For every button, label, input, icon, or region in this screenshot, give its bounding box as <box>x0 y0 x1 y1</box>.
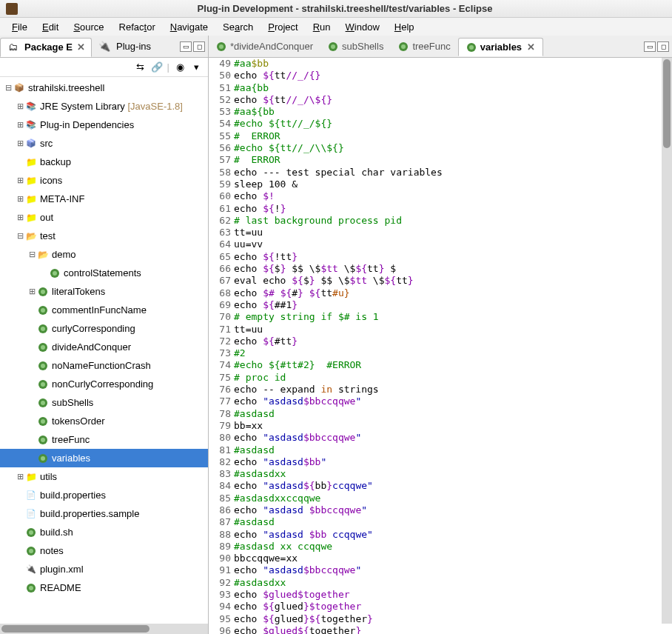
package-toolbar: ⇆ 🔗 | ◉ ▾ <box>0 58 208 77</box>
expander-icon[interactable]: ⊟ <box>15 231 25 241</box>
tab-package-explorer[interactable]: 🗂 Package E ✕ <box>0 38 92 57</box>
file-icon <box>25 490 37 501</box>
tree-label: README <box>40 582 81 593</box>
menu-help[interactable]: Help <box>389 20 420 34</box>
link-editor-icon[interactable]: 🔗 <box>151 61 163 73</box>
tree-item-test[interactable]: ⊟test <box>0 227 208 245</box>
maximize-view-icon[interactable]: ◻ <box>193 41 205 52</box>
tree-item-buildsh[interactable]: build.sh <box>0 523 208 541</box>
expander-icon[interactable]: ⊞ <box>15 213 25 222</box>
tree-item-out[interactable]: ⊞out <box>0 208 208 227</box>
menu-source[interactable]: Source <box>67 20 110 34</box>
editor-body[interactable]: 4950515253545556575859606162636465666768… <box>209 58 672 634</box>
svg-point-9 <box>41 345 45 350</box>
tree-label: treeFunc <box>52 434 90 445</box>
tree-item-buildpropssample[interactable]: build.properties.sample <box>0 504 208 523</box>
expander-icon[interactable]: ⊞ <box>15 101 25 111</box>
tree-item-jre[interactable]: ⊞JRE System Library [JavaSE-1.8] <box>0 97 208 116</box>
focus-task-icon[interactable]: ◉ <box>174 61 186 73</box>
menu-refactor[interactable]: Refactor <box>113 20 161 34</box>
tree-item-noNameFunctionCrash[interactable]: noNameFunctionCrash <box>0 356 208 375</box>
tree-item-pluginxml[interactable]: 🔌plugin.xml <box>0 560 208 578</box>
shell-file-icon <box>38 416 48 427</box>
menu-window[interactable]: Window <box>340 20 386 34</box>
tree-item-treeFunc[interactable]: treeFunc <box>0 430 208 449</box>
expander-icon[interactable]: ⊟ <box>27 250 37 259</box>
svg-point-35 <box>469 45 474 50</box>
tree-item-buildprops[interactable]: build.properties <box>0 486 208 504</box>
tree-item-literalTokens[interactable]: ⊞literalTokens <box>0 282 208 301</box>
tab-divideAndConquer[interactable]: *divideAndConquer <box>209 38 320 55</box>
tree-label: backup <box>40 156 71 167</box>
svg-point-13 <box>41 382 45 387</box>
expander-icon[interactable]: ⊞ <box>27 287 37 296</box>
tree-label: variables <box>52 453 90 464</box>
tree-item-nonCurlyCorresponding[interactable]: nonCurlyCorresponding <box>0 375 208 393</box>
tree-item-backup[interactable]: backup <box>0 153 208 171</box>
menu-run[interactable]: Run <box>307 20 337 34</box>
tree-item-src[interactable]: ⊞src <box>0 134 208 153</box>
tree-item-plugdeps[interactable]: ⊞Plug-in Dependencies <box>0 116 208 134</box>
maximize-editor-icon[interactable]: ◻ <box>657 41 669 52</box>
tree-label: notes <box>40 545 64 556</box>
expander-icon[interactable]: ⊞ <box>15 472 25 481</box>
tab-variables[interactable]: variables ✕ <box>458 38 543 56</box>
tree-item-root[interactable]: ⊟📦strahilski.treeshell <box>0 79 208 97</box>
minimize-editor-icon[interactable]: ▭ <box>644 41 656 52</box>
tree-item-divideAndConquer[interactable]: divideAndConquer <box>0 338 208 356</box>
tree-item-utils[interactable]: ⊞utils <box>0 467 208 486</box>
shell-file-icon <box>26 527 36 538</box>
plugins-icon: 🔌 <box>98 41 110 53</box>
right-panel: *divideAndConquer subShells treeFunc var… <box>209 36 672 634</box>
expander-icon[interactable]: ⊞ <box>15 194 25 204</box>
close-icon[interactable]: ✕ <box>77 41 85 53</box>
tree-item-readme[interactable]: README <box>0 578 208 597</box>
tab-subShells[interactable]: subShells <box>320 38 391 55</box>
folder-open-icon <box>25 230 37 242</box>
tab-plugins[interactable]: 🔌 Plug-ins <box>92 37 158 56</box>
view-menu-icon[interactable]: ▾ <box>190 61 202 73</box>
menu-edit[interactable]: Edit <box>36 20 64 34</box>
svg-point-7 <box>41 327 45 331</box>
shell-file-icon <box>216 41 226 52</box>
editor-scrollbar-v[interactable] <box>662 58 672 624</box>
shell-file-icon <box>38 305 48 316</box>
shell-file-icon <box>328 41 338 52</box>
code-content[interactable]: #aa$bbecho ${tt//_/{}#aa{bbecho ${tt//_/… <box>234 58 672 634</box>
expander-icon[interactable]: ⊞ <box>15 120 25 130</box>
tree-label: plugin.xml <box>40 564 84 575</box>
collapse-all-icon[interactable]: ⇆ <box>135 61 147 73</box>
tree-label: curlyCorresponding <box>52 323 135 334</box>
svg-point-25 <box>29 549 33 553</box>
menu-project[interactable]: Project <box>262 20 303 34</box>
tree-item-commentInFuncName[interactable]: commentInFuncName <box>0 301 208 319</box>
menu-file[interactable]: File <box>6 20 33 34</box>
tree-item-curlyCorresponding[interactable]: curlyCorresponding <box>0 319 208 338</box>
jar-icon <box>25 101 37 113</box>
shell-file-icon <box>38 379 48 390</box>
tree-item-tokensOrder[interactable]: tokensOrder <box>0 412 208 430</box>
line-gutter: 4950515253545556575859606162636465666768… <box>209 58 234 634</box>
shell-file-icon <box>398 41 409 52</box>
editor-tabs: *divideAndConquer subShells treeFunc var… <box>209 36 672 58</box>
expander-icon[interactable]: ⊟ <box>3 83 13 93</box>
tab-treeFunc[interactable]: treeFunc <box>391 38 457 55</box>
tree-item-controlStatements[interactable]: controlStatements <box>0 264 208 282</box>
tree-scrollbar-h[interactable] <box>0 624 208 634</box>
svg-point-31 <box>331 44 335 49</box>
tree-item-meta[interactable]: ⊞META-INF <box>0 190 208 208</box>
tree-item-subShells[interactable]: subShells <box>0 393 208 412</box>
close-icon[interactable]: ✕ <box>527 41 535 53</box>
tree-item-demo[interactable]: ⊟demo <box>0 245 208 264</box>
package-tree[interactable]: ⊟📦strahilski.treeshell⊞JRE System Librar… <box>0 77 208 624</box>
expander-icon[interactable]: ⊞ <box>15 176 25 185</box>
expander-icon[interactable]: ⊞ <box>15 139 25 148</box>
tree-item-icons[interactable]: ⊞icons <box>0 171 208 190</box>
menu-search[interactable]: Search <box>217 20 259 34</box>
shell-file-icon <box>26 546 36 556</box>
minimize-view-icon[interactable]: ▭ <box>180 41 192 52</box>
folder-icon <box>25 193 37 205</box>
tree-item-notes[interactable]: notes <box>0 541 208 560</box>
tree-item-variables[interactable]: variables <box>0 449 208 467</box>
menu-navigate[interactable]: Navigate <box>164 20 214 34</box>
